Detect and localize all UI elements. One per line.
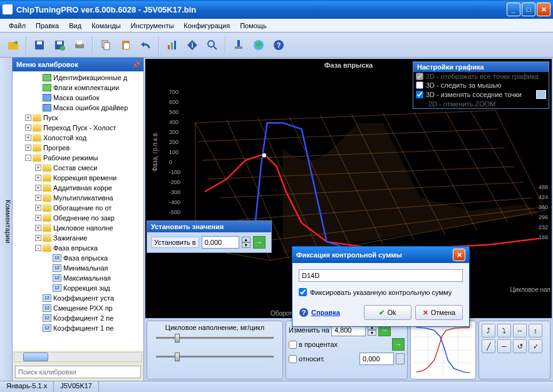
calibrations-tree[interactable]: Идентификационные дФлаги комплектацииМас… bbox=[13, 71, 143, 351]
svg-point-15 bbox=[208, 41, 214, 47]
save-button[interactable] bbox=[30, 36, 49, 54]
tree-item[interactable]: +Аддитивная корре bbox=[13, 183, 143, 193]
rel-checkbox[interactable] bbox=[289, 355, 297, 363]
info-button[interactable]: i bbox=[183, 36, 202, 54]
tree-item[interactable]: +Мультипликативна bbox=[13, 193, 143, 203]
tree-item[interactable]: +Обеднение по закр bbox=[13, 213, 143, 223]
search-input[interactable] bbox=[15, 366, 141, 378]
tree-expander[interactable]: + bbox=[35, 165, 41, 171]
tree-item[interactable]: +Зажигание bbox=[13, 233, 143, 243]
status-cell-2[interactable]: J5V05K17 bbox=[54, 381, 99, 392]
comments-tab[interactable]: Комментарии bbox=[0, 58, 13, 381]
minimize-button[interactable]: _ bbox=[507, 3, 520, 16]
tree-expander[interactable]: + bbox=[25, 135, 31, 141]
tree-hscroll[interactable] bbox=[14, 352, 142, 362]
tree-item[interactable]: +Переход Пуск - Холост bbox=[13, 123, 143, 133]
dialog-close-button[interactable]: ✕ bbox=[453, 249, 465, 261]
tree-expander[interactable]: - bbox=[35, 245, 41, 251]
set-value-apply-button[interactable]: → bbox=[253, 236, 266, 249]
pct-apply-button[interactable]: → bbox=[392, 338, 405, 351]
tree-item[interactable]: +Цикловое наполне bbox=[13, 223, 143, 233]
menu-edit[interactable]: Правка bbox=[32, 21, 63, 31]
tree-expander[interactable]: + bbox=[25, 145, 31, 151]
set-value-input[interactable] bbox=[202, 236, 239, 249]
globe-button[interactable] bbox=[249, 36, 268, 54]
tree-item[interactable]: Маска ошибок bbox=[13, 93, 143, 103]
tree-expander[interactable]: + bbox=[25, 125, 31, 131]
save-as-button[interactable] bbox=[50, 36, 69, 54]
line-button[interactable]: ╱ bbox=[482, 339, 495, 353]
menu-config[interactable]: Конфигурация bbox=[180, 21, 234, 31]
tree-expander[interactable]: + bbox=[35, 215, 41, 221]
tree-expander[interactable]: + bbox=[35, 195, 41, 201]
tree-item[interactable]: 12Максимальная bbox=[13, 273, 143, 283]
curve-down-button[interactable]: ⤵ bbox=[497, 324, 511, 338]
menu-file[interactable]: Файл bbox=[5, 21, 29, 31]
tree-item[interactable]: +Обогащение по от bbox=[13, 203, 143, 213]
tree-item[interactable]: 12Коэффициент 1 пе bbox=[13, 323, 143, 333]
tree-item[interactable]: 12Коррекция зад bbox=[13, 283, 143, 293]
tree-item[interactable]: +Холостой ход bbox=[13, 133, 143, 143]
cancel-button[interactable]: ✕Отмена bbox=[415, 305, 463, 320]
close-button[interactable]: ✕ bbox=[537, 3, 550, 16]
mini-controls: ⤴ ⤵ ↔ ↕ ╱ ─ ↺ ✓ bbox=[478, 321, 550, 379]
tree-item[interactable]: +Состав смеси bbox=[13, 163, 143, 173]
tree-expander[interactable]: + bbox=[35, 205, 41, 211]
tree-item[interactable]: +Пуск bbox=[13, 113, 143, 123]
checksum-input[interactable] bbox=[299, 269, 463, 282]
maximize-button[interactable]: □ bbox=[522, 3, 535, 16]
paste-button[interactable] bbox=[116, 36, 135, 54]
curve-up-button[interactable]: ⤴ bbox=[482, 324, 495, 338]
menu-tools[interactable]: Инструменты bbox=[127, 21, 178, 31]
tree-expander[interactable]: + bbox=[25, 115, 31, 121]
print-button[interactable] bbox=[70, 36, 89, 54]
tree-item[interactable]: 12Фаза впрыска bbox=[13, 253, 143, 263]
tree-item[interactable]: 12Коэффициент 2 пе bbox=[13, 313, 143, 323]
setval-spin-down[interactable]: ▼ bbox=[242, 242, 251, 248]
menu-view[interactable]: Вид bbox=[65, 21, 85, 31]
tree-item[interactable]: 12Смещение РХХ пр bbox=[13, 303, 143, 313]
pin-icon[interactable]: 📌 bbox=[132, 61, 140, 68]
copy-button[interactable] bbox=[96, 36, 115, 54]
menu-commands[interactable]: Команды bbox=[88, 21, 125, 31]
undo-button[interactable] bbox=[137, 36, 155, 54]
flat-button[interactable]: ─ bbox=[497, 339, 511, 353]
connect-button[interactable] bbox=[229, 36, 248, 54]
tree-expander[interactable]: + bbox=[35, 185, 41, 191]
slider-1[interactable] bbox=[156, 331, 273, 344]
tree-item[interactable]: 12Коэффициент уста bbox=[13, 293, 143, 303]
slider-2[interactable] bbox=[156, 350, 273, 363]
tree-expander[interactable]: + bbox=[35, 175, 41, 181]
apply-curve-button[interactable]: ✓ bbox=[529, 339, 542, 353]
svg-text:i: i bbox=[191, 41, 193, 49]
ok-button[interactable]: ✔Ok bbox=[364, 305, 411, 320]
tree-item[interactable]: Идентификационные д bbox=[13, 73, 143, 83]
zoom-button[interactable] bbox=[203, 36, 222, 54]
spin-down[interactable]: ▼ bbox=[368, 330, 376, 336]
tree-item[interactable]: Флаги комплектации bbox=[13, 83, 143, 93]
stretch-button[interactable]: ↔ bbox=[513, 324, 527, 338]
open-button[interactable] bbox=[4, 36, 23, 54]
help-link[interactable]: ? Справка bbox=[299, 307, 340, 317]
tree-item[interactable]: -Рабочие режимы bbox=[13, 153, 143, 163]
chart-button[interactable] bbox=[163, 36, 182, 54]
help-button[interactable]: ? bbox=[269, 36, 288, 54]
tree-item[interactable]: Маска ошибок драйвер bbox=[13, 103, 143, 113]
tree-expander[interactable]: + bbox=[35, 225, 41, 231]
fix-checksum-checkbox[interactable] bbox=[299, 288, 307, 296]
reset-button[interactable]: ↺ bbox=[513, 339, 527, 353]
status-cell-1[interactable]: Январь-5.1.x bbox=[0, 381, 54, 392]
tree-expander[interactable]: - bbox=[25, 155, 31, 161]
rel-value-input[interactable] bbox=[359, 353, 394, 365]
setval-spin-up[interactable]: ▲ bbox=[242, 237, 251, 242]
compress-button[interactable]: ↕ bbox=[529, 324, 542, 338]
tree-item[interactable]: -Фаза впрыска bbox=[13, 243, 143, 253]
mini-chart[interactable] bbox=[410, 321, 476, 379]
tree-item[interactable]: 12Минимальная bbox=[13, 263, 143, 273]
menu-help[interactable]: Помощь bbox=[236, 21, 271, 31]
pct-checkbox[interactable] bbox=[289, 341, 297, 349]
tree-item[interactable]: +Прогрев bbox=[13, 143, 143, 153]
tree-expander[interactable]: + bbox=[35, 235, 41, 241]
window-title: ChipTuningPRO ver.6.00b.6028 - J5V05K17.… bbox=[16, 5, 507, 14]
tree-item[interactable]: +Коррекция времени bbox=[13, 173, 143, 183]
